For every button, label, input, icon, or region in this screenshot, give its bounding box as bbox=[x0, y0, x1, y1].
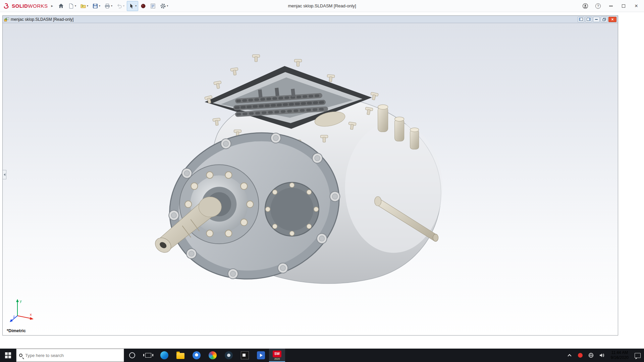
open-folder-icon bbox=[80, 3, 86, 9]
chevron-up-icon bbox=[568, 354, 571, 358]
featuremanager-collapse-tab[interactable] bbox=[3, 170, 6, 179]
restore-icon bbox=[602, 18, 606, 21]
dropdown-arrow-icon[interactable]: ▾ bbox=[167, 4, 168, 7]
print-icon bbox=[104, 3, 110, 9]
gearbox-3d-model[interactable] bbox=[3, 23, 618, 335]
browser-icon bbox=[193, 351, 201, 359]
brand-works: WORKS bbox=[28, 3, 48, 9]
dropdown-arrow-icon[interactable]: ▾ bbox=[99, 4, 100, 7]
view-orientation-label: *Dimetric bbox=[7, 328, 26, 333]
status-red-icon bbox=[578, 353, 583, 358]
new-document-button[interactable]: ▾ bbox=[66, 1, 78, 11]
tray-expand-button[interactable] bbox=[565, 354, 575, 357]
dropdown-arrow-icon[interactable]: ▾ bbox=[111, 4, 112, 7]
dropdown-arrow-icon[interactable]: ▾ bbox=[87, 4, 88, 7]
video-app-button[interactable] bbox=[253, 349, 269, 362]
windows-logo-icon bbox=[5, 352, 11, 358]
undo-button[interactable]: ▾ bbox=[115, 1, 126, 11]
volume-button[interactable] bbox=[597, 353, 607, 358]
cortana-button[interactable] bbox=[124, 349, 140, 362]
minimize-icon bbox=[609, 6, 613, 6]
pane-left-icon bbox=[579, 18, 583, 21]
home-icon bbox=[58, 3, 64, 9]
task-pane-icon bbox=[150, 3, 156, 9]
x-axis-label: x bbox=[30, 312, 32, 316]
gear-icon bbox=[160, 3, 166, 9]
search-icon bbox=[19, 354, 22, 357]
task-pane-button[interactable] bbox=[148, 1, 158, 11]
edge-icon bbox=[160, 351, 168, 359]
solidworks-logo: SOLIDWORKS bbox=[2, 3, 51, 9]
dropdown-arrow-icon[interactable]: ▾ bbox=[123, 4, 124, 7]
task-view-icon bbox=[145, 353, 151, 358]
account-button[interactable] bbox=[580, 1, 591, 11]
dassault-systemes-icon bbox=[3, 3, 10, 9]
home-button[interactable] bbox=[56, 1, 66, 11]
save-icon bbox=[92, 3, 98, 9]
minimize-button[interactable] bbox=[605, 1, 616, 11]
cortana-icon bbox=[129, 352, 135, 358]
start-button[interactable] bbox=[0, 349, 16, 362]
doc-restore-button[interactable] bbox=[601, 17, 607, 22]
main-toolbar: ▾ ▾ ▾ ▾ ▾ bbox=[56, 1, 170, 11]
orientation-triad: y x z bbox=[9, 297, 36, 324]
z-axis-label: z bbox=[13, 315, 15, 318]
record-macro-icon bbox=[141, 3, 146, 9]
network-button[interactable] bbox=[586, 353, 596, 358]
solidworks-version-badge: 2020 bbox=[274, 358, 280, 360]
dropdown-arrow-icon[interactable]: ▾ bbox=[135, 4, 137, 7]
network-globe-icon bbox=[588, 353, 594, 358]
file-explorer-button[interactable] bbox=[172, 349, 189, 362]
open-button[interactable]: ▾ bbox=[78, 1, 90, 11]
task-view-button[interactable] bbox=[140, 349, 156, 362]
print-button[interactable]: ▾ bbox=[103, 1, 114, 11]
photos-icon bbox=[209, 351, 217, 359]
taskbar: SW 2020 11:44 AM 9/16/2020 bbox=[0, 349, 644, 362]
steam-button[interactable] bbox=[221, 349, 237, 362]
undo-icon bbox=[116, 3, 122, 9]
select-tool-button[interactable]: ▾ bbox=[127, 1, 138, 11]
select-cursor-icon bbox=[128, 3, 135, 9]
options-button[interactable]: ▾ bbox=[158, 1, 170, 11]
system-tray: 11:44 AM 9/16/2020 bbox=[565, 349, 644, 362]
assembly-document-icon bbox=[4, 17, 9, 22]
doc-minimize-button[interactable] bbox=[593, 17, 600, 22]
clock-time: 11:44 AM bbox=[611, 350, 628, 355]
maximize-button[interactable] bbox=[618, 1, 629, 11]
document-titlebar[interactable]: menjac sklop.SLDASM [Read-only] × bbox=[3, 16, 618, 23]
taskbar-clock[interactable]: 11:44 AM 9/16/2020 bbox=[607, 350, 632, 360]
menu-expand-arrow-icon[interactable]: ▸ bbox=[51, 4, 57, 8]
app-window-controls: ? × bbox=[580, 1, 642, 11]
volume-icon bbox=[599, 353, 604, 358]
taskbar-search[interactable] bbox=[16, 349, 124, 362]
terminal-icon bbox=[241, 351, 249, 359]
close-icon: × bbox=[611, 17, 613, 22]
terminal-button[interactable] bbox=[237, 349, 253, 362]
status-app-button[interactable] bbox=[575, 353, 585, 358]
action-center-button[interactable] bbox=[633, 353, 643, 358]
pane-split-right-button[interactable] bbox=[585, 17, 592, 22]
edge-button[interactable] bbox=[156, 349, 172, 362]
graphics-viewport[interactable]: y x z *Dimetric bbox=[3, 23, 618, 335]
new-document-icon bbox=[68, 3, 74, 9]
browser-button[interactable] bbox=[189, 349, 205, 362]
photos-button[interactable] bbox=[205, 349, 221, 362]
pane-right-icon bbox=[587, 18, 591, 21]
clock-date: 9/16/2020 bbox=[611, 355, 629, 360]
solidworks-taskbar-button[interactable]: SW 2020 bbox=[269, 349, 285, 362]
close-button[interactable]: × bbox=[631, 1, 642, 11]
search-input[interactable] bbox=[25, 353, 121, 358]
help-button[interactable]: ? bbox=[592, 1, 604, 11]
solidworks-icon: SW bbox=[273, 351, 281, 357]
pane-split-left-button[interactable] bbox=[578, 17, 584, 22]
dropdown-arrow-icon[interactable]: ▾ bbox=[75, 4, 76, 7]
close-icon: × bbox=[635, 3, 638, 9]
brand-solid: SOLID bbox=[12, 3, 28, 9]
action-center-icon bbox=[635, 353, 641, 358]
chevron-left-icon bbox=[4, 173, 5, 176]
doc-close-button[interactable]: × bbox=[608, 17, 616, 22]
save-button[interactable]: ▾ bbox=[91, 1, 102, 11]
maximize-icon bbox=[622, 4, 625, 8]
record-macro-button[interactable] bbox=[139, 1, 148, 11]
document-window: menjac sklop.SLDASM [Read-only] × bbox=[2, 15, 618, 336]
